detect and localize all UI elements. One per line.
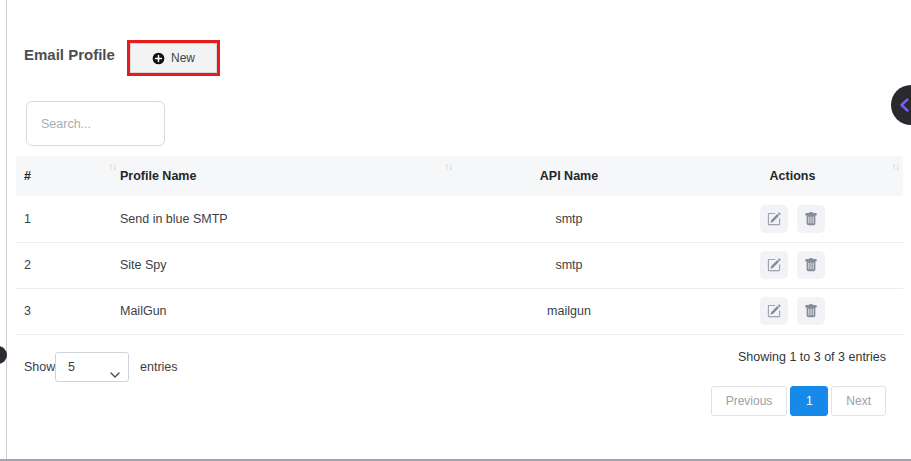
entries-label: entries [140, 360, 178, 374]
actions-cell [682, 288, 903, 334]
edit-button[interactable] [760, 297, 788, 325]
new-button[interactable]: New [130, 43, 217, 73]
edit-icon [767, 304, 781, 318]
page-number-button[interactable]: 1 [790, 386, 828, 416]
table-header-row: # ↑↓ Profile Name ↑↓ API Name Actions ↑↓ [16, 156, 903, 196]
left-divider [6, 0, 7, 461]
previous-page-button[interactable]: Previous [711, 386, 788, 416]
page-title: Email Profile [24, 46, 115, 63]
trash-icon [804, 258, 818, 272]
search-input[interactable] [26, 101, 165, 146]
trash-icon [804, 212, 818, 226]
table-row: 2 Site Spy smtp [16, 242, 903, 288]
new-button-label: New [171, 51, 195, 65]
plus-circle-icon [152, 52, 165, 65]
pagination: Previous 1 Next [711, 386, 886, 416]
api-name-cell: smtp [456, 242, 682, 288]
profile-name-cell: Site Spy [120, 242, 456, 288]
column-header-actions[interactable]: Actions ↑↓ [682, 156, 903, 196]
sort-icon[interactable]: ↑↓ [892, 161, 900, 172]
profile-name-cell: Send in blue SMTP [120, 196, 456, 242]
column-header-api-name[interactable]: API Name [456, 156, 682, 196]
customizer-toggle-button[interactable] [891, 85, 911, 125]
actions-cell [682, 196, 903, 242]
edit-icon [767, 258, 781, 272]
column-header-num[interactable]: # ↑↓ [16, 156, 120, 196]
actions-cell [682, 242, 903, 288]
api-name-cell: mailgun [456, 288, 682, 334]
highlight-box: New [127, 40, 220, 76]
delete-button[interactable] [797, 297, 825, 325]
api-name-cell: smtp [456, 196, 682, 242]
trash-icon [804, 304, 818, 318]
sort-icon[interactable]: ↑↓ [109, 161, 117, 172]
email-profile-page: { "page": { "title": "Email Profile", "n… [0, 0, 911, 461]
next-page-button[interactable]: Next [831, 386, 886, 416]
profile-name-cell: MailGun [120, 288, 456, 334]
row-num: 1 [16, 196, 120, 242]
delete-button[interactable] [797, 205, 825, 233]
table-row: 1 Send in blue SMTP smtp [16, 196, 903, 242]
row-num: 3 [16, 288, 120, 334]
edit-button[interactable] [760, 205, 788, 233]
entries-select[interactable]: 5 [55, 352, 129, 382]
row-num: 2 [16, 242, 120, 288]
edit-icon [767, 212, 781, 226]
email-profile-table: # ↑↓ Profile Name ↑↓ API Name Actions ↑↓… [16, 156, 903, 335]
show-label: Show [24, 360, 55, 374]
table-info: Showing 1 to 3 of 3 entries [738, 350, 886, 364]
entries-select-wrap: 5 [55, 352, 129, 382]
edit-button[interactable] [760, 251, 788, 279]
column-header-profile-name[interactable]: Profile Name ↑↓ [120, 156, 456, 196]
sort-icon[interactable]: ↑↓ [445, 161, 453, 172]
table-row: 3 MailGun mailgun [16, 288, 903, 334]
delete-button[interactable] [797, 251, 825, 279]
